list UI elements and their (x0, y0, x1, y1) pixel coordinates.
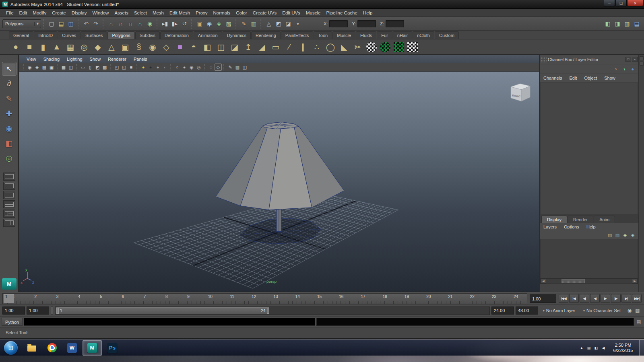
layout-three-pane-split-right[interactable] (3, 210, 15, 218)
play-forwards-button[interactable]: ▶ (601, 294, 610, 303)
camera-snapshot-icon[interactable]: ▥ (234, 64, 241, 71)
snap-grid-icon[interactable]: ∩ (106, 19, 116, 29)
2d-pan-zoom-icon[interactable]: ◫ (67, 64, 74, 71)
perspective-viewport[interactable]: ViewShadingLightingShowRendererPanels ◉◈… (19, 55, 539, 292)
scale-tool[interactable]: ◧ (2, 136, 17, 150)
selection-mask-menu-icon[interactable]: ▾ (293, 19, 303, 29)
panel-menu-lighting[interactable]: Lighting (63, 55, 86, 63)
redo-icon[interactable]: ↷ (91, 19, 101, 29)
range-grip[interactable] (51, 306, 53, 315)
layer-menu-layers[interactable]: Layers (540, 224, 560, 229)
poly-torus-icon[interactable]: ◎ (78, 41, 91, 53)
poly-pyramid-icon[interactable]: △ (105, 41, 118, 53)
menu-item-window[interactable]: Window (89, 9, 111, 17)
menu-item-edit-mesh[interactable]: Edit Mesh (167, 9, 193, 17)
hierarchy-mode-icon[interactable]: ◬ (264, 19, 274, 29)
shelf-tab-animation[interactable]: Animation (194, 31, 222, 39)
paint-select-tool[interactable]: ✎ (2, 92, 17, 105)
playback-end-field[interactable]: 24.00 (491, 306, 514, 315)
character-set-dropdown[interactable]: ▾ No Character Set (580, 308, 624, 313)
grease-pencil-icon[interactable]: ✎ (227, 64, 234, 71)
ipr-render-icon[interactable]: ◈ (214, 19, 224, 29)
viewport-canvas[interactable]: RIGHT y x z persp (19, 72, 539, 292)
shelf-tab-deformation[interactable]: Deformation (160, 31, 193, 39)
move-layer-up-icon[interactable]: ▤ (607, 232, 613, 238)
dock-collapse-icon[interactable] (640, 62, 644, 66)
coord-field-x-[interactable] (329, 20, 348, 27)
smooth-mesh-preview-icon[interactable] (366, 42, 377, 52)
step-back-frame-button[interactable]: |◀ (569, 294, 579, 303)
menu-item-muscle[interactable]: Muscle (303, 9, 323, 17)
step-back-key-button[interactable]: ◀| (580, 294, 589, 303)
channel-box-header[interactable]: Channel Box / Layer Editor □× (540, 55, 638, 64)
multi-cut-icon[interactable]: ✂ (351, 41, 364, 53)
shelf-tab-rendering[interactable]: Rendering (251, 31, 281, 39)
sculpt-geometry-icon[interactable]: ◓ (187, 41, 200, 53)
animation-end-field[interactable]: 48.00 (516, 306, 538, 315)
layer-list-area[interactable] (540, 239, 638, 278)
scrollbar-thumb[interactable] (561, 279, 585, 283)
layer-tab-display[interactable]: Display (541, 216, 567, 223)
panel-menu-shading[interactable]: Shading (40, 55, 63, 63)
lock-camera-icon[interactable]: ◈ (33, 64, 41, 71)
layout-single-pane[interactable] (3, 173, 15, 181)
combine-icon[interactable]: ◫ (215, 41, 227, 53)
poly-soccer-ball-icon[interactable]: ◉ (146, 41, 159, 53)
no-lights-icon[interactable]: ● (154, 64, 161, 71)
menu-item-modify[interactable]: Modify (30, 9, 49, 17)
field-chart-icon[interactable]: ▩ (101, 64, 108, 71)
channel-slider-medium-icon[interactable]: ◑ (621, 66, 627, 72)
crease-tool-icon[interactable]: ◣ (338, 41, 351, 53)
undo-icon[interactable]: ↶ (81, 19, 91, 29)
new-empty-layer-icon[interactable]: ◈ (622, 232, 628, 238)
shelf-tab-intro3d[interactable]: Intro3D (34, 31, 57, 39)
shelf-tab-subdivs[interactable]: Subdivs (135, 31, 160, 39)
wireframe-mode-icon[interactable]: ○ (173, 64, 181, 71)
smooth-icon[interactable]: ◯ (324, 41, 337, 53)
coord-field-y-[interactable] (357, 20, 376, 27)
layout-two-pane-stacked[interactable] (3, 200, 15, 208)
poly-plane-icon[interactable]: ▦ (64, 41, 77, 53)
poly-prism-icon[interactable]: ◆ (91, 41, 104, 53)
shelf-tab-dynamics[interactable]: Dynamics (223, 31, 251, 39)
scrollbar-track[interactable] (546, 279, 632, 284)
multi-view-icon[interactable]: ◫ (241, 64, 248, 71)
poly-cylinder-icon[interactable]: ▮ (37, 41, 50, 53)
object-mode-icon[interactable]: ◩ (274, 19, 283, 29)
lamp-model[interactable] (216, 122, 344, 244)
menu-item-pipeline-cache[interactable]: Pipeline Cache (323, 9, 360, 17)
maximize-button[interactable]: □ (615, 0, 627, 6)
word-app[interactable]: W (62, 340, 82, 356)
layer-tab-render[interactable]: Render (568, 216, 593, 223)
separate-icon[interactable]: ◪ (228, 41, 241, 53)
camera-attributes-icon[interactable]: ▤ (41, 64, 48, 71)
maya-logo-button[interactable]: M (2, 278, 17, 290)
range-start-handle[interactable] (56, 308, 59, 314)
input-to-selected-icon[interactable]: ▸▮ (160, 19, 170, 29)
animation-start-field[interactable]: 1.00 (2, 306, 25, 315)
network-icon[interactable]: ◧ (592, 346, 600, 350)
menu-item-display[interactable]: Display (69, 9, 90, 17)
layout-three-pane-split-left[interactable] (3, 219, 15, 227)
hidden-icons-icon[interactable]: ▲ (578, 346, 585, 350)
play-backwards-button[interactable]: ◀ (590, 294, 600, 303)
volume-icon[interactable]: ◀ (600, 346, 607, 350)
toggle-channel-box-icon[interactable]: ▤ (632, 19, 642, 29)
menu-item-mesh[interactable]: Mesh (150, 9, 167, 17)
script-editor-console-icon[interactable]: ▤ (635, 319, 642, 325)
poly-platonic-icon[interactable]: ◇ (160, 41, 173, 53)
close-button[interactable]: × (627, 0, 643, 6)
snap-curve-icon[interactable]: ∩ (116, 19, 126, 29)
select-camera-icon[interactable]: ◉ (26, 64, 33, 71)
shelf-tab-curves[interactable]: Curves (58, 31, 80, 39)
dock-panel-icon[interactable]: □ (625, 57, 631, 62)
insert-edge-loop-icon[interactable]: ∥ (297, 41, 310, 53)
menu-item-edit[interactable]: Edit (17, 9, 30, 17)
shelf-tab-painteffects[interactable]: PaintEffects (281, 31, 314, 39)
snap-point-icon[interactable]: ∩ (126, 19, 135, 29)
range-track[interactable]: 1 24 (55, 306, 490, 315)
rotate-tool[interactable]: ◉ (2, 121, 17, 135)
shelf-tab-toon[interactable]: Toon (314, 31, 332, 39)
start-button[interactable]: ⊞ (0, 340, 21, 356)
menu-item-create-uvs[interactable]: Create UVs (250, 9, 279, 17)
